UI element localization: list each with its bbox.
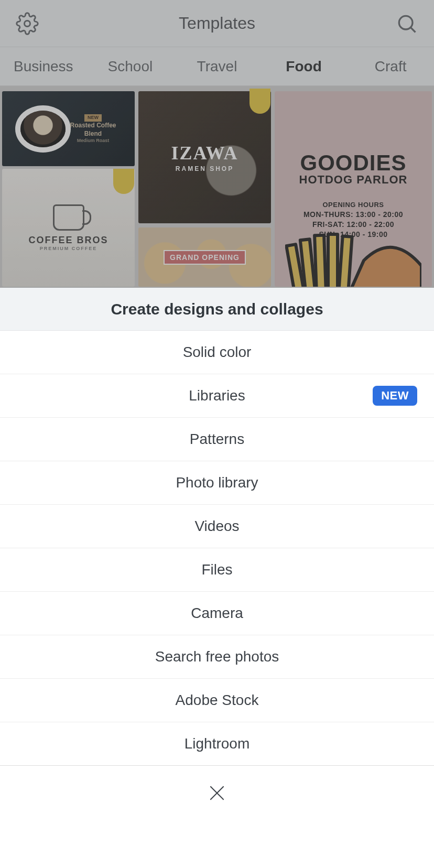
close-icon [207, 783, 227, 803]
option-solid-color[interactable]: Solid color [0, 331, 434, 374]
option-videos[interactable]: Videos [0, 505, 434, 548]
option-lightroom[interactable]: Lightroom [0, 722, 434, 766]
option-photo-library[interactable]: Photo library [0, 461, 434, 505]
option-files[interactable]: Files [0, 548, 434, 592]
modal-scrim[interactable] [0, 0, 434, 288]
option-adobe-stock[interactable]: Adobe Stock [0, 679, 434, 722]
close-button[interactable] [0, 766, 434, 820]
create-sheet: Create designs and collages Solid color … [0, 288, 434, 868]
option-search-free-photos[interactable]: Search free photos [0, 635, 434, 679]
sheet-title: Create designs and collages [0, 288, 434, 331]
option-camera[interactable]: Camera [0, 592, 434, 635]
option-patterns[interactable]: Patterns [0, 418, 434, 461]
new-badge: NEW [373, 386, 417, 406]
option-libraries[interactable]: Libraries NEW [0, 374, 434, 418]
